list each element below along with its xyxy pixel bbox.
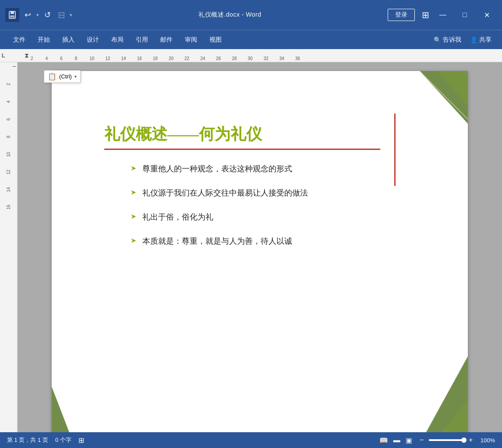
ruler-label: L <box>2 53 5 59</box>
menu-view[interactable]: 视图 <box>203 33 228 46</box>
page-info: 第 1 页，共 1 页 <box>7 436 48 444</box>
ruler-num-20: 20 <box>169 56 173 61</box>
ruler-num-22: 22 <box>184 56 189 61</box>
close-button[interactable]: ✕ <box>477 7 497 23</box>
paste-icon: 📋 <box>48 72 57 81</box>
ruler-num-18: 18 <box>153 56 158 61</box>
document-scroll-area[interactable]: 📋 (Ctrl) ▾ <box>18 62 502 432</box>
share-icon: 👤 <box>470 36 477 43</box>
ruler-num-30: 30 <box>248 56 253 61</box>
login-button[interactable]: 登录 <box>388 9 415 21</box>
paste-tooltip[interactable]: 📋 (Ctrl) ▾ <box>44 70 81 83</box>
v-ruler-4: 4 <box>6 93 11 110</box>
menu-references[interactable]: 引用 <box>130 33 154 46</box>
svg-rect-2 <box>10 15 14 18</box>
deco-bottom-left <box>52 387 74 432</box>
vertical-ruler: − 2 4 6 8 10 12 14 16 <box>0 62 18 432</box>
ruler-num-26: 26 <box>216 56 221 61</box>
main-area: − 2 4 6 8 10 12 14 16 📋 (Ctrl) ▾ <box>0 62 502 432</box>
zoom-thumb[interactable] <box>461 437 467 443</box>
word-count: 0 个字 <box>55 436 71 444</box>
bullet-text-4: 本质就是：尊重，就是与人为善，待人以诚 <box>142 235 292 247</box>
ruler-marks: 2 4 6 8 10 12 14 16 18 20 22 24 26 28 30… <box>31 49 300 62</box>
search-icon: 🔍 <box>434 36 441 43</box>
zoom-in-button[interactable]: + <box>467 436 475 444</box>
ruler-num-34: 34 <box>279 56 284 61</box>
v-ruler-6: 6 <box>6 110 11 128</box>
list-item: ➤ 尊重他人的一种观念，表达这种观念的形式 <box>131 163 433 175</box>
undo-button[interactable]: ↩ <box>22 8 34 21</box>
title-bar-left: ↩ ▾ ↺ ⊟ ▾ <box>5 8 72 22</box>
ruler-num-14: 14 <box>121 56 126 61</box>
redo-button[interactable]: ↺ <box>42 8 53 21</box>
menu-layout[interactable]: 布局 <box>105 33 130 46</box>
status-bar-right: 📖 ▬ ▣ − + 100% <box>379 436 495 444</box>
document-title: 礼仪概述.docx - Word <box>72 11 388 19</box>
bullet-arrow-icon: ➤ <box>131 212 136 220</box>
deco-bottom-right <box>420 356 468 432</box>
ruler-num-8: 8 <box>75 56 78 61</box>
maximize-button[interactable]: □ <box>455 7 475 23</box>
zoom-out-button[interactable]: − <box>417 436 426 444</box>
window-controls: — □ ✕ <box>433 7 497 23</box>
word-count-icon: ⊞ <box>78 436 84 444</box>
bullet-text-2: 礼仪源于我们在人际交往中最易让人接受的做法 <box>142 187 308 199</box>
horizontal-ruler: L ⧗ 2 4 6 8 10 12 14 16 18 20 22 24 26 2… <box>0 49 502 62</box>
undo-dropdown-icon[interactable]: ▾ <box>36 12 39 18</box>
ruler-num-36: 36 <box>295 56 300 61</box>
title-filename: 礼仪概述.docx - Word <box>198 11 261 18</box>
read-view-icon[interactable]: 📖 <box>379 436 388 444</box>
bullet-text-3: 礼出于俗，俗化为礼 <box>142 211 213 223</box>
separator-1: ⊟ <box>58 10 65 20</box>
v-ruler-10: 10 <box>6 146 11 163</box>
print-view-icon[interactable]: ▬ <box>393 436 400 444</box>
bullet-arrow-icon: ➤ <box>131 188 136 196</box>
grid-icon[interactable]: ⊞ <box>422 10 429 20</box>
minimize-button[interactable]: — <box>433 7 453 23</box>
list-item: ➤ 礼出于俗，俗化为礼 <box>131 211 433 223</box>
menu-insert[interactable]: 插入 <box>56 33 81 46</box>
svg-rect-1 <box>11 11 14 14</box>
status-bar: 第 1 页，共 1 页 0 个字 ⊞ 📖 ▬ ▣ − + 100% <box>0 432 502 448</box>
svg-marker-9 <box>52 387 74 432</box>
list-item: ➤ 礼仪源于我们在人际交往中最易让人接受的做法 <box>131 187 433 199</box>
ruler-num-32: 32 <box>264 56 269 61</box>
paste-ctrl-label: (Ctrl) <box>59 73 72 80</box>
ribbon: 文件 开始 插入 设计 布局 引用 邮件 审阅 视图 🔍 告诉我 👤 共享 <box>0 30 502 49</box>
menu-review[interactable]: 审阅 <box>179 33 203 46</box>
v-ruler-16: 16 <box>6 198 11 216</box>
bullet-arrow-icon: ➤ <box>131 236 136 245</box>
v-ruler-8: 8 <box>6 128 11 146</box>
paste-dropdown-icon[interactable]: ▾ <box>74 74 77 79</box>
share-button[interactable]: 👤 共享 <box>467 34 495 46</box>
zoom-control: − + <box>417 436 475 444</box>
ruler-num-16: 16 <box>137 56 142 61</box>
menu-mailings[interactable]: 邮件 <box>154 33 179 46</box>
ruler-num-24: 24 <box>200 56 205 61</box>
deco-top-right <box>420 71 468 124</box>
ruler-hourglass-icon: ⧗ <box>25 52 29 59</box>
ruler-num-28: 28 <box>232 56 237 61</box>
zoom-percent: 100% <box>481 437 495 444</box>
save-icon[interactable] <box>5 8 19 22</box>
menu-design[interactable]: 设计 <box>81 33 105 46</box>
orange-horizontal-line <box>104 149 380 150</box>
zoom-slider[interactable] <box>429 439 464 441</box>
bullet-arrow-icon: ➤ <box>131 164 136 172</box>
ruler-num-4: 4 <box>46 56 48 61</box>
bullet-list: ➤ 尊重他人的一种观念，表达这种观念的形式 ➤ 礼仪源于我们在人际交往中最易让人… <box>131 163 433 247</box>
document-heading: 礼仪概述——何为礼仪 <box>104 124 433 145</box>
document-page: 礼仪概述——何为礼仪 ➤ 尊重他人的一种观念，表达这种观念的形式 ➤ 礼仪源于我… <box>52 71 468 432</box>
menu-home[interactable]: 开始 <box>32 33 56 46</box>
ruler-num-12: 12 <box>105 56 110 61</box>
orange-vertical-line <box>394 114 396 186</box>
share-label: 共享 <box>479 36 491 44</box>
v-ruler-12: 12 <box>6 163 11 181</box>
web-view-icon[interactable]: ▣ <box>406 436 412 444</box>
ruler-num-2: 2 <box>31 56 33 61</box>
v-ruler-2: 2 <box>6 75 11 93</box>
ribbon-right: 🔍 告诉我 👤 共享 <box>430 34 495 46</box>
tell-me-search[interactable]: 🔍 告诉我 <box>430 34 465 46</box>
ruler-minus-icon[interactable]: − <box>12 63 16 70</box>
menu-file[interactable]: 文件 <box>7 33 32 46</box>
